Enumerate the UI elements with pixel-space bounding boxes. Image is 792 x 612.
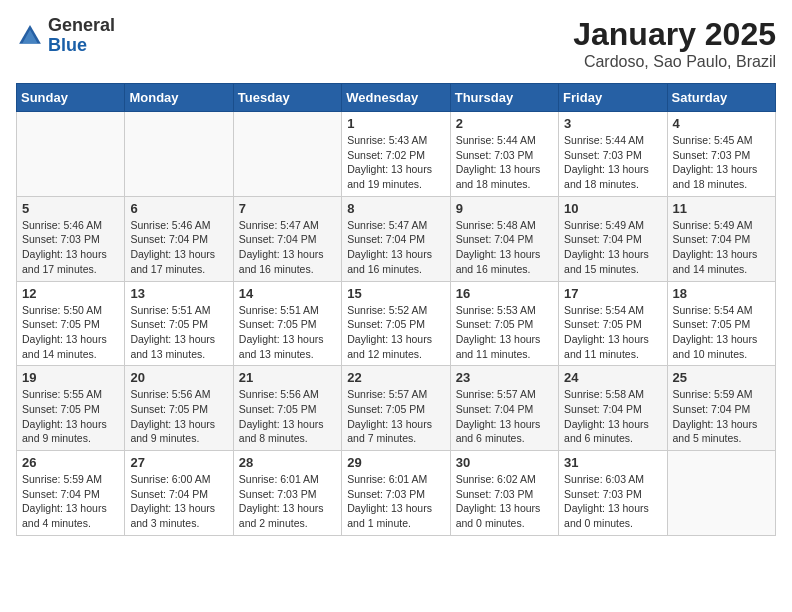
day-number: 3 — [564, 116, 661, 131]
day-number: 9 — [456, 201, 553, 216]
day-content: Sunrise: 6:03 AM Sunset: 7:03 PM Dayligh… — [564, 472, 661, 531]
day-number: 30 — [456, 455, 553, 470]
calendar-cell — [17, 112, 125, 197]
day-number: 20 — [130, 370, 227, 385]
day-number: 31 — [564, 455, 661, 470]
day-number: 26 — [22, 455, 119, 470]
calendar-cell: 19Sunrise: 5:55 AM Sunset: 7:05 PM Dayli… — [17, 366, 125, 451]
calendar-cell: 17Sunrise: 5:54 AM Sunset: 7:05 PM Dayli… — [559, 281, 667, 366]
calendar-table: SundayMondayTuesdayWednesdayThursdayFrid… — [16, 83, 776, 536]
day-header-monday: Monday — [125, 84, 233, 112]
week-row-5: 26Sunrise: 5:59 AM Sunset: 7:04 PM Dayli… — [17, 451, 776, 536]
day-number: 27 — [130, 455, 227, 470]
day-number: 7 — [239, 201, 336, 216]
day-number: 17 — [564, 286, 661, 301]
calendar-cell: 8Sunrise: 5:47 AM Sunset: 7:04 PM Daylig… — [342, 196, 450, 281]
day-content: Sunrise: 5:44 AM Sunset: 7:03 PM Dayligh… — [564, 133, 661, 192]
month-title: January 2025 — [573, 16, 776, 53]
calendar-cell: 24Sunrise: 5:58 AM Sunset: 7:04 PM Dayli… — [559, 366, 667, 451]
day-content: Sunrise: 6:01 AM Sunset: 7:03 PM Dayligh… — [347, 472, 444, 531]
day-content: Sunrise: 5:50 AM Sunset: 7:05 PM Dayligh… — [22, 303, 119, 362]
day-content: Sunrise: 5:54 AM Sunset: 7:05 PM Dayligh… — [564, 303, 661, 362]
calendar-cell: 23Sunrise: 5:57 AM Sunset: 7:04 PM Dayli… — [450, 366, 558, 451]
calendar-cell: 31Sunrise: 6:03 AM Sunset: 7:03 PM Dayli… — [559, 451, 667, 536]
day-content: Sunrise: 5:57 AM Sunset: 7:04 PM Dayligh… — [456, 387, 553, 446]
day-number: 11 — [673, 201, 770, 216]
day-number: 21 — [239, 370, 336, 385]
title-block: January 2025 Cardoso, Sao Paulo, Brazil — [573, 16, 776, 71]
day-number: 19 — [22, 370, 119, 385]
calendar-cell: 9Sunrise: 5:48 AM Sunset: 7:04 PM Daylig… — [450, 196, 558, 281]
day-content: Sunrise: 5:56 AM Sunset: 7:05 PM Dayligh… — [239, 387, 336, 446]
calendar-cell: 15Sunrise: 5:52 AM Sunset: 7:05 PM Dayli… — [342, 281, 450, 366]
day-content: Sunrise: 5:53 AM Sunset: 7:05 PM Dayligh… — [456, 303, 553, 362]
calendar-cell: 10Sunrise: 5:49 AM Sunset: 7:04 PM Dayli… — [559, 196, 667, 281]
calendar-cell: 28Sunrise: 6:01 AM Sunset: 7:03 PM Dayli… — [233, 451, 341, 536]
calendar-cell: 25Sunrise: 5:59 AM Sunset: 7:04 PM Dayli… — [667, 366, 775, 451]
day-content: Sunrise: 5:44 AM Sunset: 7:03 PM Dayligh… — [456, 133, 553, 192]
calendar-cell: 18Sunrise: 5:54 AM Sunset: 7:05 PM Dayli… — [667, 281, 775, 366]
day-content: Sunrise: 5:49 AM Sunset: 7:04 PM Dayligh… — [673, 218, 770, 277]
logo-icon — [16, 22, 44, 50]
day-number: 4 — [673, 116, 770, 131]
day-content: Sunrise: 5:45 AM Sunset: 7:03 PM Dayligh… — [673, 133, 770, 192]
day-content: Sunrise: 5:58 AM Sunset: 7:04 PM Dayligh… — [564, 387, 661, 446]
day-number: 8 — [347, 201, 444, 216]
calendar-cell: 20Sunrise: 5:56 AM Sunset: 7:05 PM Dayli… — [125, 366, 233, 451]
day-number: 6 — [130, 201, 227, 216]
day-header-wednesday: Wednesday — [342, 84, 450, 112]
day-content: Sunrise: 5:57 AM Sunset: 7:05 PM Dayligh… — [347, 387, 444, 446]
day-content: Sunrise: 6:00 AM Sunset: 7:04 PM Dayligh… — [130, 472, 227, 531]
calendar-cell: 21Sunrise: 5:56 AM Sunset: 7:05 PM Dayli… — [233, 366, 341, 451]
day-content: Sunrise: 6:01 AM Sunset: 7:03 PM Dayligh… — [239, 472, 336, 531]
calendar-cell: 4Sunrise: 5:45 AM Sunset: 7:03 PM Daylig… — [667, 112, 775, 197]
calendar-cell — [233, 112, 341, 197]
day-header-sunday: Sunday — [17, 84, 125, 112]
day-header-friday: Friday — [559, 84, 667, 112]
calendar-cell: 5Sunrise: 5:46 AM Sunset: 7:03 PM Daylig… — [17, 196, 125, 281]
calendar-cell: 27Sunrise: 6:00 AM Sunset: 7:04 PM Dayli… — [125, 451, 233, 536]
logo-general: General — [48, 15, 115, 35]
day-header-tuesday: Tuesday — [233, 84, 341, 112]
logo: General Blue — [16, 16, 115, 56]
calendar-cell: 13Sunrise: 5:51 AM Sunset: 7:05 PM Dayli… — [125, 281, 233, 366]
day-number: 12 — [22, 286, 119, 301]
day-content: Sunrise: 5:51 AM Sunset: 7:05 PM Dayligh… — [130, 303, 227, 362]
day-content: Sunrise: 5:47 AM Sunset: 7:04 PM Dayligh… — [239, 218, 336, 277]
day-header-thursday: Thursday — [450, 84, 558, 112]
week-row-4: 19Sunrise: 5:55 AM Sunset: 7:05 PM Dayli… — [17, 366, 776, 451]
day-content: Sunrise: 5:52 AM Sunset: 7:05 PM Dayligh… — [347, 303, 444, 362]
day-content: Sunrise: 5:59 AM Sunset: 7:04 PM Dayligh… — [22, 472, 119, 531]
calendar-cell: 22Sunrise: 5:57 AM Sunset: 7:05 PM Dayli… — [342, 366, 450, 451]
logo-blue: Blue — [48, 35, 87, 55]
day-content: Sunrise: 6:02 AM Sunset: 7:03 PM Dayligh… — [456, 472, 553, 531]
day-number: 2 — [456, 116, 553, 131]
day-number: 24 — [564, 370, 661, 385]
calendar-cell: 30Sunrise: 6:02 AM Sunset: 7:03 PM Dayli… — [450, 451, 558, 536]
day-content: Sunrise: 5:49 AM Sunset: 7:04 PM Dayligh… — [564, 218, 661, 277]
week-row-3: 12Sunrise: 5:50 AM Sunset: 7:05 PM Dayli… — [17, 281, 776, 366]
day-content: Sunrise: 5:56 AM Sunset: 7:05 PM Dayligh… — [130, 387, 227, 446]
day-content: Sunrise: 5:47 AM Sunset: 7:04 PM Dayligh… — [347, 218, 444, 277]
day-number: 18 — [673, 286, 770, 301]
calendar-cell: 14Sunrise: 5:51 AM Sunset: 7:05 PM Dayli… — [233, 281, 341, 366]
day-number: 16 — [456, 286, 553, 301]
day-number: 10 — [564, 201, 661, 216]
calendar-cell: 3Sunrise: 5:44 AM Sunset: 7:03 PM Daylig… — [559, 112, 667, 197]
week-row-2: 5Sunrise: 5:46 AM Sunset: 7:03 PM Daylig… — [17, 196, 776, 281]
days-header-row: SundayMondayTuesdayWednesdayThursdayFrid… — [17, 84, 776, 112]
day-content: Sunrise: 5:51 AM Sunset: 7:05 PM Dayligh… — [239, 303, 336, 362]
day-number: 13 — [130, 286, 227, 301]
day-content: Sunrise: 5:55 AM Sunset: 7:05 PM Dayligh… — [22, 387, 119, 446]
day-content: Sunrise: 5:43 AM Sunset: 7:02 PM Dayligh… — [347, 133, 444, 192]
calendar-cell — [667, 451, 775, 536]
calendar-cell — [125, 112, 233, 197]
day-content: Sunrise: 5:48 AM Sunset: 7:04 PM Dayligh… — [456, 218, 553, 277]
day-content: Sunrise: 5:46 AM Sunset: 7:03 PM Dayligh… — [22, 218, 119, 277]
calendar-cell: 2Sunrise: 5:44 AM Sunset: 7:03 PM Daylig… — [450, 112, 558, 197]
day-number: 22 — [347, 370, 444, 385]
calendar-cell: 12Sunrise: 5:50 AM Sunset: 7:05 PM Dayli… — [17, 281, 125, 366]
day-number: 28 — [239, 455, 336, 470]
calendar-cell: 16Sunrise: 5:53 AM Sunset: 7:05 PM Dayli… — [450, 281, 558, 366]
day-number: 5 — [22, 201, 119, 216]
